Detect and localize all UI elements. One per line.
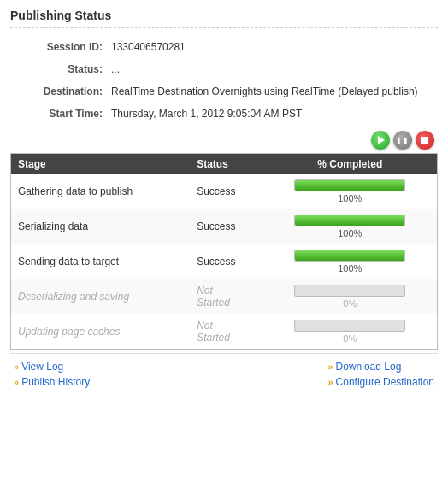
publish-history-label: Publish History [21, 376, 90, 388]
pct-label: 0% [343, 298, 357, 309]
status-value: ... [108, 59, 436, 79]
stage-pct: 100% [263, 244, 438, 279]
stage-status: Success [190, 174, 262, 209]
pct-label: 100% [338, 228, 362, 238]
page-container: Publishing Status Session ID: 1330406570… [0, 0, 448, 400]
table-row: Deserializing and savingNot Started0% [11, 279, 438, 314]
table-row: Sending data to targetSuccess100% [11, 244, 438, 279]
stage-name: Gathering data to publish [11, 174, 191, 209]
status-label: Status: [12, 59, 106, 79]
stages-table: Stage Status % Completed Gathering data … [10, 153, 438, 350]
destination-row: Destination: RealTime Destination Overni… [12, 81, 436, 102]
configure-destination-arrows: » [327, 377, 333, 387]
stop-button[interactable] [416, 131, 434, 150]
pause-button[interactable] [393, 131, 412, 150]
stage-status: Not Started [190, 314, 262, 350]
destination-label: Destination: [12, 81, 106, 102]
stage-status: Not Started [190, 279, 262, 314]
table-row: Updating page cachesNot Started0% [11, 314, 438, 350]
play-button[interactable] [371, 131, 390, 150]
stage-name: Sending data to target [11, 244, 191, 279]
footer-left: » View Log » Publish History [14, 361, 90, 388]
col-pct-header: % Completed [263, 154, 438, 175]
session-id-label: Session ID: [12, 37, 106, 57]
destination-value: RealTime Destination Overnights using Re… [108, 81, 436, 102]
stage-status: Success [190, 244, 262, 279]
session-id-value: 1330406570281 [108, 37, 436, 57]
col-stage-header: Stage [11, 154, 191, 175]
table-header-row: Stage Status % Completed [11, 154, 438, 175]
view-log-link[interactable]: » View Log [14, 361, 90, 373]
session-id-row: Session ID: 1330406570281 [12, 37, 436, 57]
stage-name: Updating page caches [11, 314, 191, 350]
view-log-arrows: » [14, 362, 19, 372]
footer-links: » View Log » Publish History » Download … [10, 353, 438, 391]
pct-label: 100% [338, 263, 362, 273]
controls-row [10, 131, 438, 150]
publish-history-link[interactable]: » Publish History [14, 376, 90, 388]
status-row: Status: ... [12, 59, 436, 79]
col-status-header: Status [190, 154, 262, 175]
footer-right: » Download Log » Configure Destination [327, 361, 434, 388]
stage-pct: 0% [263, 314, 438, 350]
publish-history-arrows: » [14, 377, 19, 387]
stage-pct: 100% [263, 209, 438, 244]
start-time-row: Start Time: Thursday, March 1, 2012 9:05… [12, 103, 436, 124]
start-time-label: Start Time: [12, 103, 106, 124]
download-log-label: Download Log [336, 361, 402, 373]
info-table: Session ID: 1330406570281 Status: ... De… [10, 35, 438, 126]
table-row: Gathering data to publishSuccess100% [11, 174, 438, 209]
pct-label: 0% [343, 333, 357, 344]
download-log-link[interactable]: » Download Log [327, 361, 434, 373]
table-row: Serializing dataSuccess100% [11, 209, 438, 244]
stage-status: Success [190, 209, 262, 244]
pct-label: 100% [338, 193, 362, 203]
view-log-label: View Log [21, 361, 63, 373]
stage-name: Deserializing and saving [11, 279, 191, 314]
start-time-value: Thursday, March 1, 2012 9:05:04 AM PST [108, 103, 436, 124]
stage-pct: 0% [263, 279, 438, 314]
stage-pct: 100% [263, 174, 438, 209]
stage-name: Serializing data [11, 209, 191, 244]
configure-destination-link[interactable]: » Configure Destination [327, 376, 434, 388]
page-title: Publishing Status [10, 9, 438, 28]
download-log-arrows: » [327, 362, 333, 372]
configure-destination-label: Configure Destination [336, 376, 434, 388]
